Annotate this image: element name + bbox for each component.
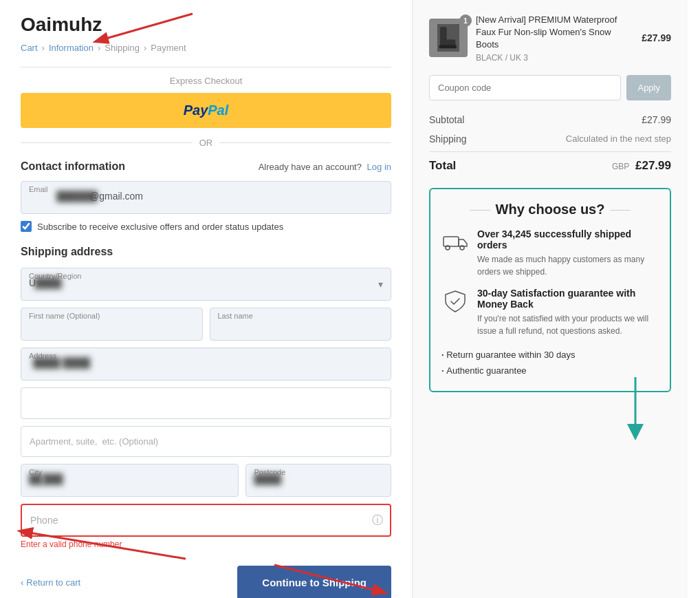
feature-shipping: Over 34,245 successfully shipped orders … [441, 228, 659, 278]
postcode-wrapper: Postcode ████ [245, 464, 391, 497]
totals-section: Subtotal £27.99 Shipping Calculated in t… [429, 110, 671, 177]
coupon-input[interactable] [429, 75, 621, 100]
bullet-list: Return guarantee within 30 days Authenti… [441, 347, 659, 378]
product-price: £27.99 [642, 32, 671, 43]
continue-to-shipping-button[interactable]: Continue to Shipping [237, 566, 391, 598]
country-value: U [29, 277, 36, 288]
email-field-wrapper: Email ██████ @gmail.com [21, 181, 391, 214]
product-name: [New Arrival] PREMIUM Waterproof Faux Fu… [476, 14, 633, 52]
apt-field [21, 426, 391, 457]
product-badge: 1 [459, 14, 472, 27]
question-icon[interactable]: ⓘ [372, 513, 383, 528]
chevron-left-icon: ‹ [21, 577, 23, 588]
product-image-wrapper: 1 [429, 19, 468, 57]
subtotal-row: Subtotal £27.99 [429, 110, 671, 129]
shipping-label: Shipping [429, 134, 467, 145]
paypal-button[interactable]: PayPal [21, 93, 391, 128]
contact-section-header: Contact information Already have an acco… [21, 160, 391, 173]
truck-icon [441, 228, 469, 256]
feature2-desc: If you're not satisfied with your produc… [477, 312, 659, 337]
bullet-return: Return guarantee within 30 days [441, 347, 659, 363]
why-title: Why choose us? [441, 202, 659, 217]
why-choose-box: Why choose us? Over 34,245 successfully … [429, 188, 671, 392]
product-image-icon [435, 24, 462, 52]
total-row: Total GBP £27.99 [429, 151, 671, 177]
or-divider: OR [21, 138, 391, 148]
subscribe-checkbox[interactable] [21, 221, 32, 232]
product-info: [New Arrival] PREMIUM Waterproof Faux Fu… [476, 14, 633, 63]
feature-guarantee-text: 30-day Satisfaction guarantee with Money… [477, 288, 659, 337]
svg-rect-10 [444, 237, 459, 246]
apartment-wrapper [21, 387, 391, 419]
breadcrumb-information: Information [49, 43, 94, 53]
breadcrumb-cart[interactable]: Cart [21, 43, 38, 53]
address-input[interactable] [21, 348, 391, 381]
form-actions: ‹ Return to cart Continue to Shipping [21, 566, 391, 598]
already-have-text: Already have an account? Log in [259, 162, 391, 172]
phone-wrapper: ⓘ [21, 504, 391, 537]
feature1-title: Over 34,245 successfully shipped orders [477, 228, 659, 250]
address-wrapper: Address ████ ████ [21, 348, 391, 381]
product-variant: BLACK / UK 3 [476, 53, 633, 63]
return-to-cart-link[interactable]: ‹ Return to cart [21, 577, 80, 588]
shipping-value: Calculated in the next step [566, 134, 671, 144]
apply-coupon-button[interactable]: Apply [626, 75, 671, 100]
total-label: Total [429, 159, 456, 173]
city-input[interactable] [21, 464, 239, 497]
phone-section: ⓘ [21, 504, 391, 537]
breadcrumb-payment: Payment [151, 43, 186, 53]
feature-guarantee: 30-day Satisfaction guarantee with Money… [441, 288, 659, 337]
city-postcode-row: City ██ ███ Postcode ████ [21, 464, 391, 497]
product-row: 1 [New Arrival] PREMIUM Waterproof Faux … [429, 14, 671, 63]
coupon-row: Apply [429, 75, 671, 100]
feature2-title: 30-day Satisfaction guarantee with Money… [477, 288, 659, 310]
postcode-input[interactable] [245, 464, 391, 497]
phone-input[interactable] [21, 504, 391, 537]
phone-error: Enter a valid phone number [21, 540, 391, 549]
login-link[interactable]: Log in [367, 162, 391, 172]
apt-input[interactable] [21, 426, 391, 457]
city-wrapper: City ██ ███ [21, 464, 239, 497]
email-suffix: @gmail.com [89, 191, 143, 202]
subscribe-label[interactable]: Subscribe to receive exclusive offers an… [37, 222, 283, 232]
contact-title: Contact information [21, 160, 125, 173]
shield-icon [441, 288, 469, 315]
express-checkout-label: Express Checkout [21, 76, 391, 86]
email-input[interactable] [21, 181, 391, 214]
first-name-wrapper: First name (Optional) [21, 308, 203, 341]
country-select[interactable] [21, 268, 391, 301]
breadcrumb: Cart › Information › Shipping › Payment [21, 43, 391, 53]
shipping-title: Shipping address [21, 246, 391, 258]
subtotal-label: Subtotal [429, 114, 464, 125]
svg-rect-9 [439, 45, 457, 49]
breadcrumb-shipping: Shipping [105, 43, 140, 53]
country-field-wrapper: Country/Region U ████ ▾ [21, 268, 391, 301]
subtotal-value: £27.99 [642, 114, 671, 125]
svg-rect-7 [440, 27, 447, 41]
total-value: GBP £27.99 [612, 159, 671, 173]
subscribe-row: Subscribe to receive exclusive offers an… [21, 221, 391, 232]
feature1-desc: We made as much happy customers as many … [477, 253, 659, 278]
bullet-authentic: Authentic guarantee [441, 363, 659, 378]
last-name-wrapper: Last name [210, 308, 392, 341]
green-arrow [615, 377, 656, 446]
name-row: First name (Optional) Last name [21, 308, 391, 341]
shipping-row: Shipping Calculated in the next step [429, 129, 671, 149]
feature-shipping-text: Over 34,245 successfully shipped orders … [477, 228, 659, 278]
apartment-input[interactable] [21, 387, 391, 419]
store-title: Oaimuhz [21, 14, 391, 36]
first-name-input[interactable] [21, 308, 203, 341]
paypal-label: PayPal [184, 103, 229, 118]
divider-top [21, 67, 391, 67]
last-name-input[interactable] [210, 308, 392, 341]
